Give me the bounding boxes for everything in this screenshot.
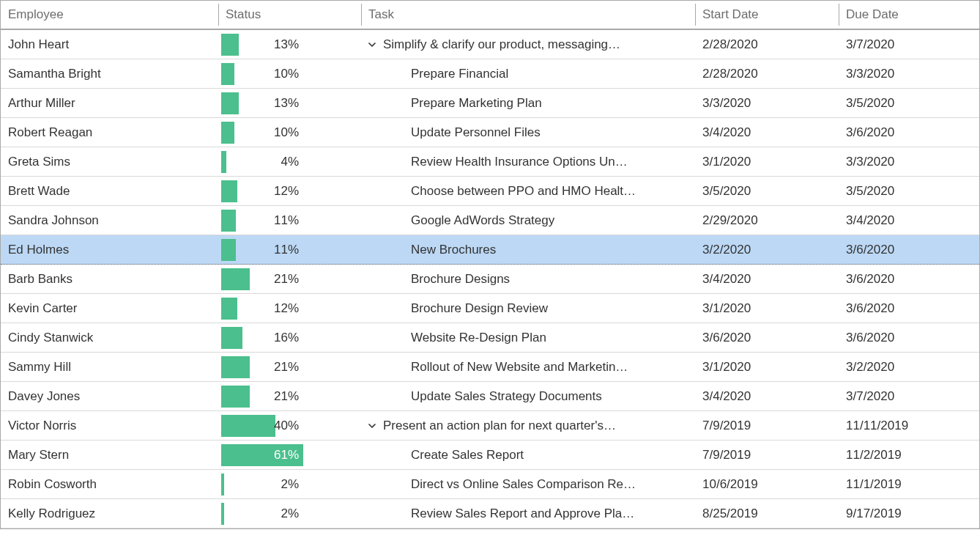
employee-cell[interactable]: Arthur Miller bbox=[1, 89, 218, 117]
due-date-cell[interactable]: 3/6/2020 bbox=[839, 323, 979, 352]
start-date-cell[interactable]: 10/6/2019 bbox=[695, 470, 839, 498]
employee-cell[interactable]: Barb Banks bbox=[1, 265, 218, 293]
task-cell[interactable]: Review Health Insurance Options Un… bbox=[361, 147, 695, 176]
table-row[interactable]: Robin Cosworth2%Direct vs Online Sales C… bbox=[1, 470, 979, 499]
start-date-cell[interactable]: 3/1/2020 bbox=[695, 294, 839, 323]
due-date-cell[interactable]: 3/4/2020 bbox=[839, 206, 979, 235]
employee-cell[interactable]: Sandra Johnson bbox=[1, 206, 218, 235]
due-date-cell[interactable]: 3/6/2020 bbox=[839, 118, 979, 147]
employee-cell[interactable]: Brett Wade bbox=[1, 177, 218, 205]
due-date-cell[interactable]: 3/2/2020 bbox=[839, 353, 979, 381]
employee-cell[interactable]: Robert Reagan bbox=[1, 118, 218, 147]
task-cell[interactable]: Brochure Designs bbox=[361, 265, 695, 293]
column-header-status[interactable]: Status bbox=[218, 1, 361, 29]
start-date-cell[interactable]: 3/2/2020 bbox=[695, 235, 839, 264]
task-cell[interactable]: Rollout of New Website and Marketin… bbox=[361, 353, 695, 381]
due-date-cell[interactable]: 3/6/2020 bbox=[839, 294, 979, 323]
chevron-down-icon[interactable] bbox=[365, 419, 379, 432]
start-date-cell[interactable]: 2/28/2020 bbox=[695, 30, 839, 59]
table-row[interactable]: Sandra Johnson11%Google AdWords Strategy… bbox=[1, 206, 979, 235]
employee-cell[interactable]: Robin Cosworth bbox=[1, 470, 218, 498]
due-date-cell[interactable]: 11/1/2019 bbox=[839, 470, 979, 498]
employee-cell[interactable]: Ed Holmes bbox=[1, 235, 218, 264]
start-date-cell[interactable]: 3/6/2020 bbox=[695, 323, 839, 352]
start-date-cell[interactable]: 3/1/2020 bbox=[695, 147, 839, 176]
task-cell[interactable]: Create Sales Report bbox=[361, 441, 695, 469]
table-row[interactable]: Samantha Bright10%Prepare Financial2/28/… bbox=[1, 59, 979, 89]
table-row[interactable]: Davey Jones21%Update Sales Strategy Docu… bbox=[1, 382, 979, 411]
table-row[interactable]: Ed Holmes11%New Brochures3/2/20203/6/202… bbox=[1, 235, 979, 265]
employee-cell[interactable]: Greta Sims bbox=[1, 147, 218, 176]
task-cell[interactable]: Simplify & clarify our product, messagin… bbox=[361, 30, 695, 59]
start-date-cell[interactable]: 3/1/2020 bbox=[695, 353, 839, 381]
task-cell[interactable]: Direct vs Online Sales Comparison Re… bbox=[361, 470, 695, 498]
employee-cell[interactable]: Kevin Carter bbox=[1, 294, 218, 323]
employee-cell[interactable]: Kelly Rodriguez bbox=[1, 499, 218, 528]
start-date-cell[interactable]: 3/4/2020 bbox=[695, 265, 839, 293]
table-row[interactable]: Cindy Stanwick16%Website Re-Design Plan3… bbox=[1, 323, 979, 353]
task-cell[interactable]: Brochure Design Review bbox=[361, 294, 695, 323]
due-date-cell[interactable]: 3/3/2020 bbox=[839, 59, 979, 88]
due-date-cell[interactable]: 3/5/2020 bbox=[839, 89, 979, 117]
table-row[interactable]: Brett Wade12%Choose between PPO and HMO … bbox=[1, 177, 979, 206]
due-date-cell[interactable]: 3/6/2020 bbox=[839, 265, 979, 293]
start-date-cell[interactable]: 2/29/2020 bbox=[695, 206, 839, 235]
column-header-start[interactable]: Start Date bbox=[695, 1, 839, 29]
task-cell[interactable]: Website Re-Design Plan bbox=[361, 323, 695, 352]
employee-cell[interactable]: Sammy Hill bbox=[1, 353, 218, 381]
task-cell[interactable]: Prepare Marketing Plan bbox=[361, 89, 695, 117]
due-date-cell[interactable]: 3/6/2020 bbox=[839, 235, 979, 264]
chevron-down-icon[interactable] bbox=[365, 38, 379, 51]
start-date-cell[interactable]: 2/28/2020 bbox=[695, 59, 839, 88]
column-header-employee[interactable]: Employee bbox=[1, 1, 218, 29]
table-row[interactable]: Arthur Miller13%Prepare Marketing Plan3/… bbox=[1, 89, 979, 118]
due-date-cell[interactable]: 3/7/2020 bbox=[839, 382, 979, 410]
status-cell: 12% bbox=[218, 294, 361, 323]
status-cell: 12% bbox=[218, 177, 361, 205]
due-date-cell[interactable]: 11/2/2019 bbox=[839, 441, 979, 469]
table-row[interactable]: John Heart13%Simplify & clarify our prod… bbox=[1, 30, 979, 59]
due-date-cell[interactable]: 3/7/2020 bbox=[839, 30, 979, 59]
employee-cell[interactable]: Cindy Stanwick bbox=[1, 323, 218, 352]
employee-cell[interactable]: Davey Jones bbox=[1, 382, 218, 410]
table-row[interactable]: Barb Banks21%Brochure Designs3/4/20203/6… bbox=[1, 265, 979, 294]
employee-cell[interactable]: John Heart bbox=[1, 30, 218, 59]
start-date-cell[interactable]: 7/9/2019 bbox=[695, 411, 839, 440]
task-cell[interactable]: Review Sales Report and Approve Pla… bbox=[361, 499, 695, 528]
start-date-cell[interactable]: 3/3/2020 bbox=[695, 89, 839, 117]
employee-cell[interactable]: Samantha Bright bbox=[1, 59, 218, 88]
start-date-cell[interactable]: 3/5/2020 bbox=[695, 177, 839, 205]
table-row[interactable]: Robert Reagan10%Update Personnel Files3/… bbox=[1, 118, 979, 147]
table-row[interactable]: Kevin Carter12%Brochure Design Review3/1… bbox=[1, 294, 979, 323]
task-text: New Brochures bbox=[411, 243, 496, 257]
column-header-task[interactable]: Task bbox=[361, 1, 695, 29]
tree-list-grid[interactable]: Employee Status Task Start Date Due Date… bbox=[0, 0, 980, 529]
due-date-cell[interactable]: 3/5/2020 bbox=[839, 177, 979, 205]
table-row[interactable]: Victor Norris40%Present an action plan f… bbox=[1, 411, 979, 441]
task-cell[interactable]: New Brochures bbox=[361, 235, 695, 264]
status-cell: 13% bbox=[218, 89, 361, 117]
status-cell: 2% bbox=[218, 470, 361, 498]
task-cell[interactable]: Update Personnel Files bbox=[361, 118, 695, 147]
column-header-due[interactable]: Due Date bbox=[839, 1, 979, 29]
due-date-cell[interactable]: 11/11/2019 bbox=[839, 411, 979, 440]
employee-cell[interactable]: Mary Stern bbox=[1, 441, 218, 469]
task-cell[interactable]: Google AdWords Strategy bbox=[361, 206, 695, 235]
task-cell[interactable]: Update Sales Strategy Documents bbox=[361, 382, 695, 410]
table-row[interactable]: Sammy Hill21%Rollout of New Website and … bbox=[1, 353, 979, 382]
status-label: 4% bbox=[221, 151, 303, 173]
start-date-cell[interactable]: 7/9/2019 bbox=[695, 441, 839, 469]
due-date-cell[interactable]: 9/17/2019 bbox=[839, 499, 979, 528]
employee-cell[interactable]: Victor Norris bbox=[1, 411, 218, 440]
table-row[interactable]: Kelly Rodriguez2%Review Sales Report and… bbox=[1, 499, 979, 528]
due-date-cell[interactable]: 3/3/2020 bbox=[839, 147, 979, 176]
table-row[interactable]: Mary Stern61%Create Sales Report7/9/2019… bbox=[1, 441, 979, 470]
start-date-cell[interactable]: 3/4/2020 bbox=[695, 118, 839, 147]
table-row[interactable]: Greta Sims4%Review Health Insurance Opti… bbox=[1, 147, 979, 177]
task-cell[interactable]: Choose between PPO and HMO Healt… bbox=[361, 177, 695, 205]
task-cell[interactable]: Present an action plan for next quarter'… bbox=[361, 411, 695, 440]
task-cell[interactable]: Prepare Financial bbox=[361, 59, 695, 88]
start-date-cell[interactable]: 3/4/2020 bbox=[695, 382, 839, 410]
start-date-cell[interactable]: 8/25/2019 bbox=[695, 499, 839, 528]
status-cell: 21% bbox=[218, 382, 361, 410]
